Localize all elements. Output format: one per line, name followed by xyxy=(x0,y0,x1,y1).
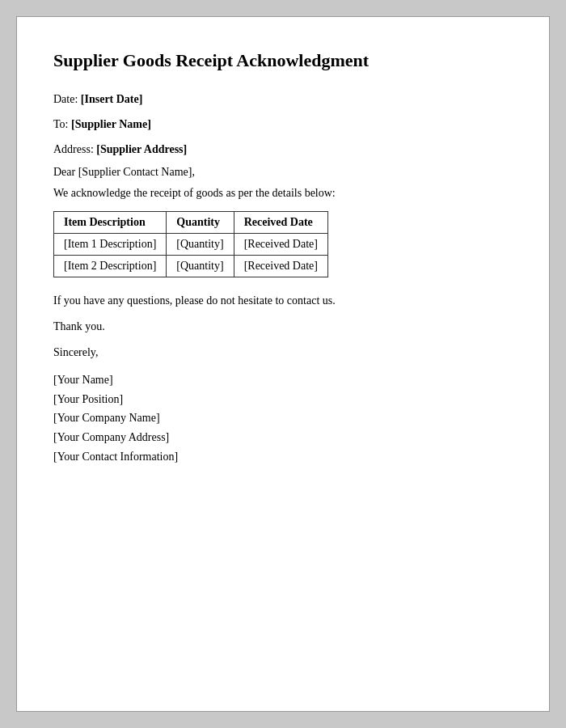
footer-sincerely: Sincerely, xyxy=(53,344,513,362)
item1-quantity: [Quantity] xyxy=(167,233,234,255)
col-header-item-description: Item Description xyxy=(54,211,167,233)
col-header-received-date: Received Date xyxy=(234,211,327,233)
document-page: Supplier Goods Receipt Acknowledgment Da… xyxy=(16,16,550,712)
date-line: Date: [Insert Date] xyxy=(53,91,513,108)
footer-thanks: Thank you. xyxy=(53,318,513,336)
date-value: [Insert Date] xyxy=(81,93,143,105)
signature-company: [Your Company Name] xyxy=(53,408,513,428)
item2-quantity: [Quantity] xyxy=(167,255,234,277)
to-value: [Supplier Name] xyxy=(71,118,151,130)
signature-name: [Your Name] xyxy=(53,370,513,390)
signature-position: [Your Position] xyxy=(53,390,513,409)
item2-received-date: [Received Date] xyxy=(234,255,327,277)
signature-company-address: [Your Company Address] xyxy=(53,428,513,447)
to-line: To: [Supplier Name] xyxy=(53,116,513,133)
table-row: [Item 2 Description] [Quantity] [Receive… xyxy=(54,255,328,277)
footer-questions: If you have any questions, please do not… xyxy=(53,292,513,310)
col-header-quantity: Quantity xyxy=(167,211,234,233)
address-line: Address: [Supplier Address] xyxy=(53,141,513,158)
greeting-line: Dear [Supplier Contact Name], xyxy=(53,166,513,179)
signature-block: [Your Name] [Your Position] [Your Compan… xyxy=(53,370,513,467)
address-value: [Supplier Address] xyxy=(96,143,187,155)
table-row: [Item 1 Description] [Quantity] [Receive… xyxy=(54,233,328,255)
item1-received-date: [Received Date] xyxy=(234,233,327,255)
table-header-row: Item Description Quantity Received Date xyxy=(54,211,328,233)
signature-contact: [Your Contact Information] xyxy=(53,447,513,467)
to-label: To: xyxy=(53,118,68,130)
date-label: Date: xyxy=(53,93,78,105)
item1-description: [Item 1 Description] xyxy=(54,233,167,255)
item2-description: [Item 2 Description] xyxy=(54,255,167,277)
intro-text: We acknowledge the receipt of goods as p… xyxy=(53,187,513,200)
document-title: Supplier Goods Receipt Acknowledgment xyxy=(53,49,513,73)
goods-table: Item Description Quantity Received Date … xyxy=(53,211,328,277)
address-label: Address: xyxy=(53,143,94,155)
